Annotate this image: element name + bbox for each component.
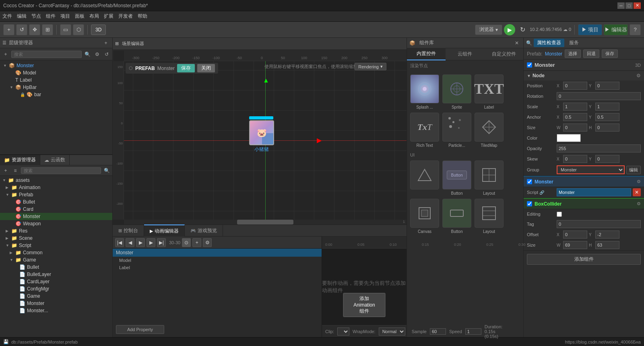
rendering-dropdown[interactable]: Rendering ▾ <box>355 63 386 70</box>
sprite-item[interactable]: Sprite <box>442 74 471 109</box>
tab-builtin[interactable]: 内置控件 <box>407 48 446 60</box>
node-section-header[interactable]: ▼ Node ⚙ <box>524 71 644 80</box>
collider-gear-icon[interactable]: ⚙ <box>637 201 641 206</box>
monster-node[interactable]: 🐷 小猪猪 <box>249 116 274 153</box>
add-component-button[interactable]: 添加组件 <box>527 254 641 265</box>
menu-component[interactable]: 组件 <box>46 13 56 20</box>
anchor-x-input[interactable] <box>563 113 587 121</box>
prefab-close-button[interactable]: 关闭 <box>197 64 215 72</box>
ft-script-bulletlayer[interactable]: 📄 BulletLayer <box>0 271 112 278</box>
size-h-input[interactable] <box>595 124 619 132</box>
sample-input[interactable] <box>430 328 446 335</box>
asset-add-btn[interactable]: + <box>2 167 10 175</box>
project-button[interactable]: ▶ 项目 <box>578 24 602 35</box>
browser-dropdown[interactable]: 浏览器 ▾ <box>475 25 502 35</box>
tab-preview[interactable]: 🎮 游戏预览 <box>185 224 223 237</box>
comp-gear-icon[interactable]: ⚙ <box>637 179 641 184</box>
anim-record-btn[interactable]: ⊙ <box>182 238 191 247</box>
play-button[interactable]: ▶ <box>504 24 515 35</box>
anim-next-key[interactable]: ▶| <box>157 238 166 247</box>
scale-y-input[interactable] <box>595 103 619 111</box>
minimize-button[interactable]: ─ <box>617 2 625 9</box>
anim-next-frame[interactable]: ▶ <box>147 238 155 247</box>
tag-input[interactable] <box>557 220 641 228</box>
tree-item-bar[interactable]: 🔒 🎨 bar <box>0 91 112 98</box>
move-button[interactable]: ✥ <box>29 24 40 35</box>
anim-add-event[interactable]: + <box>192 238 201 247</box>
save-prefab-button[interactable]: 保存 <box>602 49 618 58</box>
tree-item-monster[interactable]: ▼ 📦 Monster <box>0 62 112 69</box>
tiledmap-item[interactable]: TiledMap <box>475 113 504 148</box>
button-item[interactable]: Button Button <box>442 161 471 196</box>
help-button[interactable]: ? <box>630 24 641 35</box>
menu-edit[interactable]: 编辑 <box>17 13 27 20</box>
tab-animation[interactable]: ▶ 动画编辑器 <box>144 224 185 237</box>
ft-script[interactable]: ▼ 📁 Script <box>0 242 112 249</box>
group-edit-button[interactable]: 编辑 <box>626 166 641 174</box>
tab-properties[interactable]: 属性检查器 <box>534 39 564 47</box>
ft-script-configmgr[interactable]: 📄 ConfigMgr <box>0 285 112 292</box>
close-button[interactable]: ✕ <box>634 2 641 9</box>
hierarchy-search-btn[interactable]: 🔍 <box>83 50 91 58</box>
h-scrollbar-thumb[interactable] <box>237 220 293 224</box>
prefab-save-button[interactable]: 保存 <box>177 64 195 72</box>
canvas-item[interactable] <box>410 161 439 196</box>
rotation-input[interactable] <box>557 92 641 100</box>
menu-extend[interactable]: 扩展 <box>104 13 114 20</box>
size-w-input[interactable] <box>563 124 587 132</box>
menu-node[interactable]: 节点 <box>31 13 41 20</box>
add-property-button[interactable]: Add Property <box>116 325 164 334</box>
hierarchy-plus[interactable]: + <box>2 50 10 58</box>
anim-track-model[interactable]: Model <box>113 257 322 264</box>
label-item[interactable]: TXT Label <box>475 74 504 109</box>
3d-button[interactable]: 3D <box>91 25 106 35</box>
hierarchy-search[interactable] <box>11 51 82 58</box>
anchor-y-input[interactable] <box>595 113 619 121</box>
collider-w-input[interactable] <box>563 241 587 249</box>
script-name-input[interactable] <box>557 188 631 196</box>
asset-list-btn[interactable]: ≡ <box>11 167 19 175</box>
offset-x-input[interactable] <box>563 231 587 239</box>
ft-monster[interactable]: 🎯 Monster <box>0 213 112 220</box>
add-animation-button[interactable]: 添加 Animation 组件 <box>343 293 386 317</box>
editing-checkbox[interactable] <box>557 212 562 217</box>
tree-item-hpbar[interactable]: ▼ 📦 HpBar <box>0 84 112 91</box>
refresh-button[interactable]: ↺ <box>16 24 27 35</box>
ft-game[interactable]: ▼ 📁 Game <box>0 256 112 264</box>
ft-bullet[interactable]: 🎯 Bullet <box>0 198 112 206</box>
tab-service[interactable]: 服务 <box>566 39 582 47</box>
editor-button[interactable]: ▶ 编辑器 <box>604 24 628 35</box>
menu-file[interactable]: 文件 <box>2 13 12 20</box>
skew-x-input[interactable] <box>563 155 587 163</box>
script-delete-button[interactable]: ✕ <box>633 188 641 196</box>
monster-comp-checkbox[interactable] <box>527 179 532 184</box>
layout2-item[interactable]: Layout <box>475 199 504 234</box>
splash-item[interactable]: Splash ... <box>410 74 439 109</box>
position-x-input[interactable] <box>563 82 587 90</box>
anim-prev-frame[interactable]: ◀ <box>126 238 134 247</box>
hierarchy-refresh[interactable]: ↺ <box>103 50 111 58</box>
gear-icon[interactable]: ⚙ <box>636 73 641 78</box>
menu-panel[interactable]: 面板 <box>75 13 85 20</box>
add-button[interactable]: + <box>3 24 14 35</box>
anim-play-btn[interactable]: ▶ <box>136 238 145 247</box>
tree-item-label[interactable]: T Label <box>0 76 112 84</box>
reload-button[interactable]: ↻ <box>517 24 528 35</box>
ft-script-game[interactable]: 📄 Game <box>0 292 112 300</box>
asset-search-btn[interactable]: 🔍 <box>103 167 111 175</box>
tree-item-model[interactable]: 🎨 Model <box>0 69 112 76</box>
scene-content[interactable]: ▲ ▶ 🐷 小猪猪 <box>124 61 407 220</box>
menu-help[interactable]: 帮助 <box>138 13 147 20</box>
menu-layout[interactable]: 布局 <box>89 13 99 20</box>
ft-assets[interactable]: ▼ 📁 assets <box>0 177 112 184</box>
ft-card[interactable]: 🎯 Card <box>0 206 112 213</box>
button2-item[interactable]: Button <box>442 199 471 234</box>
ft-script-monster2[interactable]: 📄 Monster... <box>0 307 112 314</box>
select-button[interactable]: 选择 <box>565 49 581 58</box>
wrapmode-select[interactable]: Normal <box>379 327 405 336</box>
skew-y-input[interactable] <box>595 155 619 163</box>
scale-x-input[interactable] <box>563 103 587 111</box>
maximize-button[interactable]: □ <box>625 2 633 9</box>
library-close[interactable]: ✕ <box>513 39 521 47</box>
asset-search[interactable] <box>21 167 101 174</box>
